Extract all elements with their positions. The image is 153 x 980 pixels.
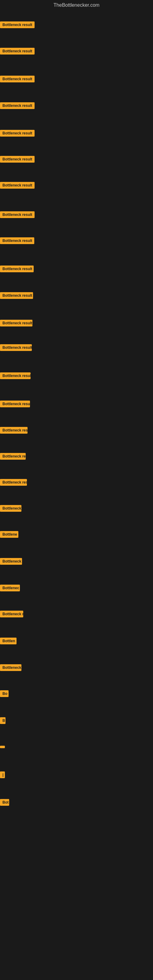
bottleneck-result-item[interactable]: Bottleneck result <box>0 401 30 409</box>
bottleneck-badge: Bottleneck result <box>0 427 27 434</box>
bottleneck-badge: Bottleneck re <box>0 453 26 460</box>
bottleneck-badge: Bottlene <box>0 531 18 538</box>
bottleneck-badge: Bottleneck result <box>0 182 35 189</box>
bottleneck-result-item[interactable]: Bottleneck result <box>0 21 35 29</box>
bottleneck-badge: Bottleneck result <box>0 320 32 326</box>
bottleneck-result-item[interactable] <box>0 744 5 749</box>
bottleneck-result-item[interactable]: Bottleneck result <box>0 182 35 190</box>
bottleneck-result-item[interactable]: Bottleneck result <box>0 102 35 110</box>
bottleneck-badge: Bottleneck result <box>0 76 35 83</box>
bottleneck-badge: Bottleneck result <box>0 292 33 299</box>
bottleneck-result-item[interactable]: Bottlen <box>0 638 16 646</box>
bottleneck-result-item[interactable]: Bottleneck result <box>0 292 33 300</box>
bottleneck-badge: Bottleneck result <box>0 102 35 109</box>
bottleneck-result-item[interactable]: Bottlenec <box>0 585 20 593</box>
bottleneck-badge: Bo <box>0 690 9 697</box>
bottleneck-result-item[interactable]: Bo <box>0 690 9 698</box>
bottleneck-result-item[interactable]: Bottleneck result <box>0 211 35 219</box>
bottleneck-badge: Bottleneck resul <box>0 479 27 486</box>
bottleneck-result-item[interactable]: B <box>0 717 5 725</box>
bottleneck-badge: Bottlenec <box>0 585 20 591</box>
bottleneck-badge: Bottleneck result <box>0 237 34 244</box>
bottleneck-result-item[interactable]: Bottleneck result <box>0 427 27 435</box>
bottleneck-result-item[interactable]: Bottleneck result <box>0 344 32 352</box>
bottleneck-badge <box>0 746 5 748</box>
bottleneck-result-item[interactable]: Bot <box>0 799 9 807</box>
bottleneck-badge: Bottleneck result <box>0 372 30 379</box>
bottleneck-badge: Bottleneck result <box>0 401 30 407</box>
bottleneck-badge: Bottleneck result <box>0 344 32 351</box>
bottleneck-result-item[interactable]: Bottleneck re <box>0 611 23 619</box>
bottleneck-result-item[interactable]: Bottleneck result <box>0 320 32 328</box>
bottleneck-result-item[interactable]: Bottleneck r <box>0 558 22 566</box>
bottleneck-result-item[interactable]: Bottleneck result <box>0 372 30 380</box>
bottleneck-result-item[interactable]: Bottleneck result <box>0 237 34 245</box>
bottleneck-result-item[interactable]: Bottleneck resul <box>0 479 27 487</box>
bottleneck-result-item[interactable]: | <box>0 772 5 780</box>
bottleneck-badge: Bottleneck result <box>0 21 35 28</box>
site-title: TheBottlenecker.com <box>0 0 153 9</box>
bottleneck-result-item[interactable]: Bottleneck result <box>0 130 35 138</box>
bottleneck-badge: B <box>0 717 5 724</box>
bottleneck-result-item[interactable]: Bottlene <box>0 531 18 539</box>
bottleneck-badge: Bottleneck <box>0 664 21 671</box>
bottleneck-badge: Bottleneck re <box>0 611 23 617</box>
bottleneck-badge: Bottleneck r <box>0 558 22 565</box>
bottleneck-badge: Bottleneck result <box>0 211 35 218</box>
bottleneck-badge: Bot <box>0 799 9 806</box>
bottleneck-badge: Bottleneck result <box>0 130 35 137</box>
bottleneck-result-item[interactable]: Bottleneck result <box>0 266 33 274</box>
bottleneck-result-item[interactable]: Bottleneck <box>0 664 21 672</box>
bottleneck-badge: Bottleneck result <box>0 48 35 54</box>
bottleneck-result-item[interactable]: Bottleneck <box>0 505 21 513</box>
bottleneck-result-item[interactable]: Bottleneck result <box>0 48 35 56</box>
bottleneck-result-item[interactable]: Bottleneck result <box>0 156 35 164</box>
bottleneck-result-item[interactable]: Bottleneck result <box>0 76 35 84</box>
bottleneck-badge: Bottleneck <box>0 505 21 512</box>
bottleneck-result-item[interactable]: Bottleneck re <box>0 453 26 461</box>
bottleneck-badge: | <box>0 772 5 778</box>
bottleneck-badge: Bottleneck result <box>0 156 35 162</box>
bottleneck-badge: Bottlen <box>0 638 16 644</box>
bottleneck-badge: Bottleneck result <box>0 266 33 272</box>
